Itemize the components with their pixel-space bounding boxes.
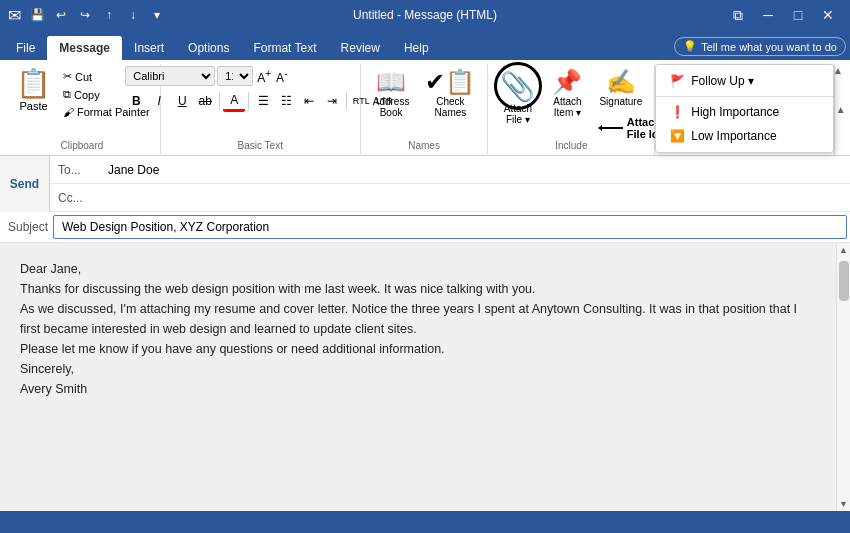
body-greeting: Dear Jane,: [20, 259, 816, 279]
separator3: [346, 92, 347, 110]
paste-button[interactable]: 📋 Paste: [10, 66, 57, 138]
font-color-button[interactable]: A: [223, 90, 245, 112]
check-names-icon: ✔📋: [425, 70, 475, 94]
close-button[interactable]: ✕: [814, 4, 842, 26]
tab-options[interactable]: Options: [176, 36, 241, 60]
followup-high-importance[interactable]: ❗ High Importance: [656, 100, 833, 124]
low-importance-label: Low Importance: [691, 129, 776, 143]
fields-column: To... Cc...: [50, 156, 850, 212]
font-selector[interactable]: Calibri: [125, 66, 215, 86]
increase-font-button[interactable]: A+: [255, 67, 273, 86]
tell-me-box[interactable]: 💡 Tell me what you want to do: [674, 37, 846, 56]
names-content: 📖 AddressBook ✔📋 CheckNames: [367, 66, 482, 138]
paste-label: Paste: [19, 100, 47, 112]
email-area: Send To... Cc... Subject: [0, 156, 850, 243]
attach-item-label: AttachItem ▾: [553, 96, 581, 118]
attach-item-button[interactable]: 📌 AttachItem ▾: [545, 66, 589, 122]
attach-file-icon: 📎: [500, 70, 535, 103]
send-label: Send: [10, 177, 39, 191]
subject-input[interactable]: [53, 215, 847, 239]
to-row: To...: [50, 156, 850, 184]
font-controls-row: Calibri 11 A+ A-: [125, 66, 289, 86]
minimize-button[interactable]: ─: [754, 4, 782, 26]
font-size-selector[interactable]: 11: [217, 66, 253, 86]
subject-row: Subject: [0, 212, 850, 243]
title-bar: ✉ 💾 ↩ ↪ ↑ ↓ ▾ Untitled - Message (HTML) …: [0, 0, 850, 30]
bold-button[interactable]: B: [125, 90, 147, 112]
tab-format-text[interactable]: Format Text: [241, 36, 328, 60]
cc-label: Cc...: [50, 191, 100, 205]
underline-button[interactable]: U: [171, 90, 193, 112]
number-list-button[interactable]: ☷: [275, 90, 297, 112]
italic-button[interactable]: I: [148, 90, 170, 112]
window-controls: ⧉ ─ □ ✕: [724, 4, 842, 26]
strikethrough-button[interactable]: ab: [194, 90, 216, 112]
restore-down-button[interactable]: ⧉: [724, 4, 752, 26]
check-names-label: CheckNames: [435, 96, 467, 118]
status-bar: [0, 511, 850, 533]
title-bar-left: ✉ 💾 ↩ ↪ ↑ ↓ ▾: [8, 5, 167, 25]
next-icon[interactable]: ↓: [123, 5, 143, 25]
names-label: Names: [367, 138, 482, 153]
basic-text-group: Calibri 11 A+ A- B I U ab A: [161, 64, 361, 155]
send-button[interactable]: Send: [0, 156, 50, 212]
high-importance-label: High Importance: [691, 105, 779, 119]
bullet-list-button[interactable]: ☰: [252, 90, 274, 112]
size-buttons: A+ A-: [255, 67, 289, 86]
attach-item-icon: 📌: [552, 70, 582, 94]
followup-separator1: [656, 96, 833, 97]
ribbon-tabs: File Message Insert Options Format Text …: [0, 30, 850, 60]
followup-label: Follow Up ▾: [691, 74, 754, 88]
paste-icon: 📋: [16, 70, 51, 98]
cut-label: Cut: [75, 71, 92, 83]
cc-input[interactable]: [100, 187, 850, 209]
more-icon[interactable]: ▾: [147, 5, 167, 25]
redo-icon[interactable]: ↪: [75, 5, 95, 25]
window-title: Untitled - Message (HTML): [353, 8, 497, 22]
low-importance-icon: 🔽: [670, 129, 685, 143]
to-input[interactable]: [100, 159, 850, 181]
decrease-font-button[interactable]: A-: [274, 67, 289, 86]
tab-help[interactable]: Help: [392, 36, 441, 60]
save-icon[interactable]: 💾: [27, 5, 47, 25]
tab-review[interactable]: Review: [329, 36, 392, 60]
format-buttons-row: B I U ab A ☰ ☷ ⇤ ⇥ RTL LTR: [125, 90, 395, 112]
signature-icon: ✍: [606, 70, 636, 94]
signature-button[interactable]: ✍ Signature: [593, 66, 648, 111]
email-body[interactable]: Dear Jane, Thanks for discussing the web…: [0, 243, 836, 511]
attach-file-label: AttachFile ▾: [504, 103, 532, 125]
prev-icon[interactable]: ↑: [99, 5, 119, 25]
attach-file-button[interactable]: 📎 AttachFile ▾: [494, 66, 541, 129]
vertical-scrollbar[interactable]: ▲ ▼: [836, 243, 850, 511]
scroll-up-arrow[interactable]: ▲: [837, 243, 851, 257]
scroll-down-arrow[interactable]: ▼: [837, 497, 851, 511]
copy-label: Copy: [74, 89, 100, 101]
separator2: [248, 92, 249, 110]
ribbon: 📋 Paste ✂ Cut ⧉ Copy 🖌 Format Painter: [0, 60, 850, 156]
maximize-button[interactable]: □: [784, 4, 812, 26]
tab-message[interactable]: Message: [47, 36, 122, 60]
tab-insert[interactable]: Insert: [122, 36, 176, 60]
signature-label: Signature: [599, 96, 642, 107]
app-icon: ✉: [8, 6, 21, 25]
basic-text-content: Calibri 11 A+ A- B I U ab A: [125, 66, 395, 138]
lightbulb-icon: 💡: [683, 40, 697, 53]
flag-icon: 🚩: [670, 74, 685, 88]
check-names-button[interactable]: ✔📋 CheckNames: [419, 66, 481, 122]
followup-low-importance[interactable]: 🔽 Low Importance: [656, 124, 833, 148]
tab-file[interactable]: File: [4, 36, 47, 60]
tags-group: 🚩 Follow Up ▾ ❗ High Importance 🔽 Low Im…: [655, 64, 835, 155]
header-wrapper: Send To... Cc...: [0, 156, 850, 212]
body-para3: Please let me know if you have any quest…: [20, 339, 816, 359]
include-group: 📎 AttachFile ▾ 📌 AttachItem ▾ ✍ Signatur…: [488, 64, 655, 155]
scroll-track[interactable]: [837, 257, 850, 497]
body-para1: Thanks for discussing the web design pos…: [20, 279, 816, 299]
indent-increase-button[interactable]: ⇥: [321, 90, 343, 112]
followup-item-followup[interactable]: 🚩 Follow Up ▾: [656, 69, 833, 93]
body-para2: As we discussed, I'm attaching my resume…: [20, 299, 816, 339]
scroll-thumb[interactable]: [839, 261, 849, 301]
followup-dropdown: 🚩 Follow Up ▾ ❗ High Importance 🔽 Low Im…: [655, 64, 834, 153]
undo-icon[interactable]: ↩: [51, 5, 71, 25]
address-book-button[interactable]: 📖 AddressBook: [367, 66, 416, 122]
indent-decrease-button[interactable]: ⇤: [298, 90, 320, 112]
